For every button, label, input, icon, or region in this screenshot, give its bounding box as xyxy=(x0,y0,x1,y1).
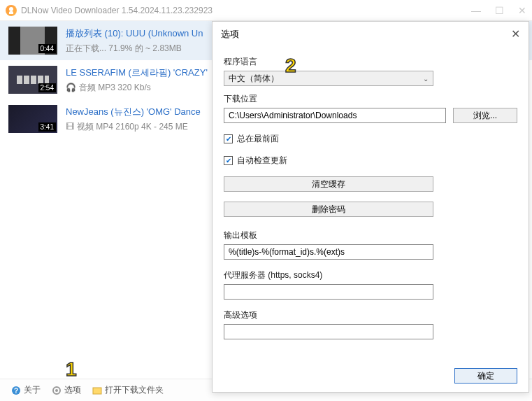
about-label: 关于 xyxy=(24,384,41,396)
duration-badge: 2:54 xyxy=(38,83,56,92)
proxy-input[interactable] xyxy=(224,284,433,300)
titlebar: DLNow Video Downloader 1.54.2024.11.23.2… xyxy=(0,0,532,21)
options-button[interactable]: 选项 xyxy=(48,383,85,398)
gear-icon xyxy=(52,386,62,395)
video-thumbnail: 0:44 xyxy=(8,27,57,55)
advanced-input[interactable] xyxy=(224,324,433,339)
language-value: 中文（简体） xyxy=(229,73,279,85)
download-path-label: 下载位置 xyxy=(224,93,517,105)
dialog-body: 程序语言 中文（简体） ⌄ 下载位置 浏览... ✔ 总在最前面 ✔ 自动检查更… xyxy=(213,46,529,342)
svg-point-0 xyxy=(9,7,13,11)
maximize-button[interactable]: ☐ xyxy=(495,5,504,16)
duration-badge: 3:41 xyxy=(38,122,56,132)
app-icon xyxy=(6,5,17,16)
svg-rect-2 xyxy=(24,76,29,84)
duration-badge: 0:44 xyxy=(38,44,56,53)
always-on-top-label: 总在最前面 xyxy=(237,133,279,145)
close-window-button[interactable]: ✕ xyxy=(518,5,526,16)
svg-text:?: ? xyxy=(14,387,18,395)
dialog-footer: 确定 xyxy=(454,368,517,384)
open-folder-label: 打开下载文件夹 xyxy=(105,384,164,396)
window-title: DLNow Video Downloader 1.54.2024.11.23.2… xyxy=(21,6,213,15)
dialog-titlebar: 选项 ✕ xyxy=(213,22,529,46)
video-thumbnail: 2:54 xyxy=(8,66,57,94)
svg-rect-3 xyxy=(31,76,36,84)
proxy-label: 代理服务器 (https, socks4) xyxy=(224,269,517,281)
help-icon: ? xyxy=(11,386,21,395)
dialog-close-button[interactable]: ✕ xyxy=(511,27,520,41)
options-dialog: 选项 ✕ 程序语言 中文（简体） ⌄ 下载位置 浏览... ✔ 总在最前面 ✔ … xyxy=(212,21,529,393)
advanced-label: 高级选项 xyxy=(224,309,517,321)
output-template-label: 输出模板 xyxy=(224,230,517,241)
ok-button[interactable]: 确定 xyxy=(454,368,517,384)
video-icon: 🎞 xyxy=(66,122,74,132)
dialog-title-text: 选项 xyxy=(221,28,239,41)
checkbox-icon: ✔ xyxy=(224,134,233,143)
window-controls: — ☐ ✕ xyxy=(471,5,526,16)
about-button[interactable]: ? 关于 xyxy=(7,383,45,398)
output-template-input[interactable] xyxy=(224,244,433,260)
annotation-marker-1: 1 xyxy=(66,358,77,381)
browse-button[interactable]: 浏览... xyxy=(453,108,517,123)
chevron-down-icon: ⌄ xyxy=(423,75,429,83)
clear-cache-button[interactable]: 清空缓存 xyxy=(224,176,433,192)
auto-update-checkbox[interactable]: ✔ 自动检查更新 xyxy=(224,155,517,167)
audio-icon: 🎧 xyxy=(66,83,76,92)
svg-rect-1 xyxy=(17,76,22,84)
options-label: 选项 xyxy=(64,384,81,396)
minimize-button[interactable]: — xyxy=(471,5,481,16)
video-thumbnail: 3:41 xyxy=(8,105,57,133)
delete-password-button[interactable]: 删除密码 xyxy=(224,202,433,217)
open-folder-button[interactable]: 打开下载文件夹 xyxy=(88,383,168,398)
svg-point-9 xyxy=(55,389,58,392)
auto-update-label: 自动检查更新 xyxy=(237,155,287,167)
svg-rect-10 xyxy=(93,388,101,394)
language-label: 程序语言 xyxy=(224,56,517,68)
download-path-input[interactable] xyxy=(224,108,446,123)
checkbox-icon: ✔ xyxy=(224,156,233,165)
always-on-top-checkbox[interactable]: ✔ 总在最前面 xyxy=(224,133,517,145)
folder-icon xyxy=(92,386,102,395)
language-select[interactable]: 中文（简体） ⌄ xyxy=(224,71,433,86)
